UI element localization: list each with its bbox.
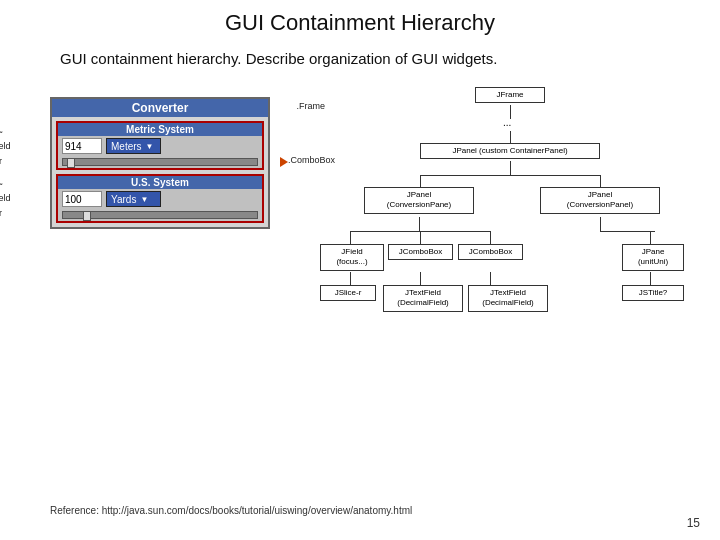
jpanel-convpane-node: JPanel(ConversionPane) <box>364 187 474 214</box>
converter-title: Converter <box>52 99 268 117</box>
jframe-node: JFrame <box>475 87 545 103</box>
line-to-jcb2 <box>490 231 491 245</box>
jcombobox2-node: JComboBox <box>458 244 523 260</box>
us-input[interactable] <box>62 191 102 207</box>
line-to-jfield <box>350 231 351 245</box>
us-combo[interactable]: Yards ▼ <box>106 191 161 207</box>
page-number: 15 <box>687 516 700 530</box>
panel-label-2: .Panel~ <box>0 177 11 191</box>
us-unit-label: Yards <box>111 194 136 205</box>
jpane-unit-node: JPane(unitUni) <box>622 244 684 271</box>
main-content: .Panel~ .TextField .JSlider .Panel~ .Tex… <box>50 87 720 387</box>
us-slider[interactable] <box>62 211 258 219</box>
metric-slider-row <box>58 156 262 168</box>
converter-area: .Panel~ .TextField .JSlider .Panel~ .Tex… <box>50 97 270 387</box>
line-custompanel-branch <box>510 161 511 175</box>
metric-combo-arrow: ▼ <box>146 142 154 151</box>
line-to-jtf2 <box>490 272 491 286</box>
jpanel-convpanel-node: JPanel(ConversionPanel) <box>540 187 660 214</box>
slider-label-1: .JSlider <box>0 154 11 168</box>
panel-labels-left-2: .Panel~ .TextField .JSlider <box>0 177 11 220</box>
line-to-jtf1 <box>420 272 421 286</box>
jpanel-custom-node: JPanel (custom ContainerPanel) <box>420 143 600 159</box>
jtextfield1-node: JTextField(DecimalField) <box>383 285 463 312</box>
jtextfield2-node: JTextField(DecimalField) <box>468 285 548 312</box>
us-slider-thumb <box>83 211 91 221</box>
panel-labels-left: .Panel~ .TextField .JSlider <box>0 125 11 168</box>
us-slider-row <box>58 209 262 221</box>
jcombobox1-node: JComboBox <box>388 244 453 260</box>
us-combo-arrow: ▼ <box>140 195 148 204</box>
metric-unit-label: Meters <box>111 141 142 152</box>
hierarchy-diagram: JFrame ... JPanel (custom ContainerPanel… <box>320 87 690 387</box>
metric-input[interactable] <box>62 138 102 154</box>
line-convpane-sub <box>419 217 420 231</box>
metric-combo[interactable]: Meters ▼ <box>106 138 161 154</box>
hline-branch1 <box>420 175 600 176</box>
hline-branch3 <box>600 231 655 232</box>
metric-row: Meters ▼ <box>58 136 262 156</box>
us-title: U.S. System <box>58 176 262 189</box>
page-title: GUI Containment Hierarchy <box>0 0 720 42</box>
line-convpanel-sub <box>600 217 601 231</box>
line-to-jstitle <box>650 272 651 286</box>
page-container: GUI Containment Hierarchy GUI containmen… <box>0 0 720 387</box>
textfield-label-2: .TextField <box>0 191 11 205</box>
metric-slider[interactable] <box>62 158 258 166</box>
reference-text: Reference: http://java.sun.com/docs/book… <box>50 505 412 516</box>
slider-label-2: .JSlider <box>0 206 11 220</box>
us-section: U.S. System Yards ▼ <box>56 174 264 223</box>
metric-slider-thumb <box>67 158 75 168</box>
line-to-jpaneunit <box>650 231 651 245</box>
arrow-icon <box>280 157 288 167</box>
line-to-jcb1 <box>420 231 421 245</box>
us-row: Yards ▼ <box>58 189 262 209</box>
line-to-jslider <box>350 272 351 286</box>
jfield-node: JField(focus...) <box>320 244 384 271</box>
dots-node: ... <box>503 117 511 128</box>
metric-title: Metric System <box>58 123 262 136</box>
converter-panel: Converter Metric System Meters ▼ <box>50 97 270 229</box>
subtitle-text: GUI containment hierarchy. Describe orga… <box>60 50 720 67</box>
metric-section: Metric System Meters ▼ <box>56 121 264 170</box>
jslider-node: JSlice-r <box>320 285 376 301</box>
panel-label-1: .Panel~ <box>0 125 11 139</box>
textfield-label-1: .TextField <box>0 139 11 153</box>
jstitle-node: JSTitle? <box>622 285 684 301</box>
